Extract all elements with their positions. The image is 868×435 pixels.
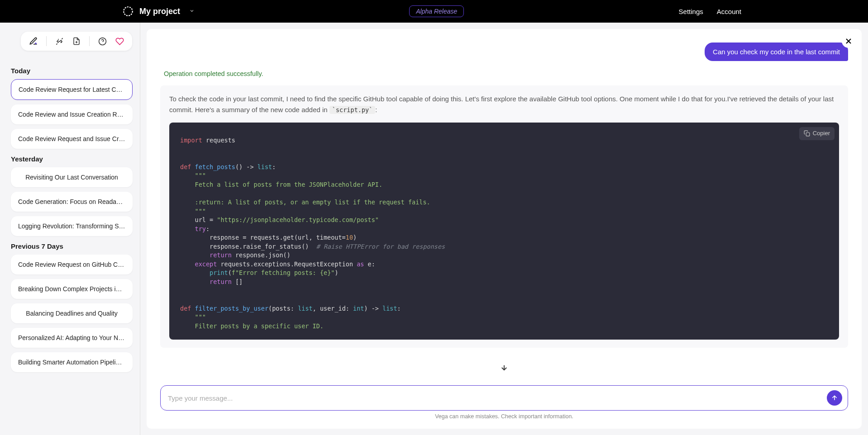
user-bubble: Can you check my code in the last commit [705, 43, 848, 61]
send-button[interactable] [827, 390, 842, 406]
chevron-down-icon[interactable] [189, 8, 195, 15]
alpha-badge: Alpha Release [409, 5, 464, 17]
chat-scroll[interactable]: Can you check my code in the last commit… [147, 29, 862, 380]
section-title: Yesterday [11, 155, 133, 163]
help-icon[interactable] [98, 37, 107, 46]
app-header: My project Alpha Release Settings Accoun… [0, 0, 868, 23]
main-area: Can you check my code in the last commit… [140, 23, 868, 435]
code-content: import requests def fetch_posts() -> lis… [180, 136, 828, 331]
compose-icon[interactable] [29, 37, 38, 46]
scroll-down-icon[interactable] [497, 361, 511, 374]
header-right: Settings Account [679, 8, 741, 15]
conversation-item[interactable]: Revisiting Our Last Conversation [11, 167, 133, 187]
settings-link[interactable]: Settings [679, 8, 703, 15]
success-message: Operation completed successfully. [160, 70, 848, 77]
account-link[interactable]: Account [717, 8, 741, 15]
new-file-icon[interactable] [72, 37, 81, 46]
code-block: Copier import requests def fetch_posts()… [169, 123, 839, 340]
conversation-item[interactable]: Code Review Request on GitHub Commit [11, 255, 133, 274]
toolbar-separator [89, 36, 90, 46]
project-name[interactable]: My project [139, 7, 180, 16]
input-box [160, 385, 848, 411]
conversation-item[interactable]: Code Review Request and Issue Creation [11, 129, 133, 149]
sidebar: Today Code Review Request for Latest Com… [0, 23, 140, 435]
message-input[interactable] [168, 394, 827, 402]
conversation-item[interactable]: Building Smarter Automation Pipelines [11, 352, 133, 372]
conversation-item[interactable]: Code Generation: Focus on Readability ..… [11, 192, 133, 212]
toolbar-separator [46, 36, 47, 46]
heart-icon[interactable] [115, 37, 124, 46]
assistant-message: To check the code in your last commit, I… [160, 85, 848, 348]
svg-rect-7 [806, 133, 810, 137]
copy-button[interactable]: Copier [799, 127, 835, 140]
conversation-item[interactable]: Balancing Deadlines and Quality [11, 303, 133, 323]
section-title: Previous 7 Days [11, 242, 133, 250]
inline-code: `script.py` [329, 106, 375, 114]
sidebar-toolbar [21, 32, 132, 51]
header-left: My project [122, 5, 195, 17]
conversation-item[interactable]: Logging Revolution: Transforming Scrip..… [11, 216, 133, 236]
assistant-text: To check the code in your last commit, I… [169, 94, 839, 115]
disclaimer: Vega can make mistakes. Check important … [160, 411, 848, 425]
plug-icon[interactable] [55, 37, 64, 46]
logo-icon [122, 5, 134, 17]
user-message: Can you check my code in the last commit [160, 43, 848, 61]
conversation-item[interactable]: Code Review and Issue Creation Request [11, 104, 133, 124]
conversation-item[interactable]: Personalized AI: Adapting to Your Needs [11, 328, 133, 348]
conversation-item[interactable]: Breaking Down Complex Projects into ... [11, 279, 133, 299]
conversation-item[interactable]: Code Review Request for Latest Commit [11, 79, 133, 100]
section-title: Today [11, 67, 133, 75]
svg-point-0 [124, 7, 133, 16]
chat-container: Can you check my code in the last commit… [147, 29, 862, 429]
input-area: Vega can make mistakes. Check important … [147, 380, 862, 429]
close-icon[interactable] [842, 34, 855, 48]
header-center: Alpha Release [195, 5, 679, 17]
